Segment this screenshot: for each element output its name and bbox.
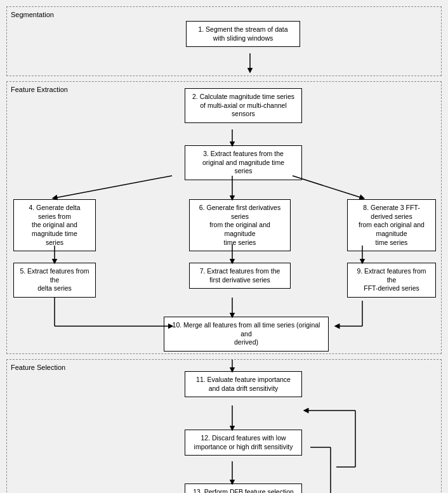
- box-9: 9. Extract features from the FFT-derived…: [347, 263, 436, 298]
- box-13: 13. Perform DFB feature selection using …: [185, 483, 302, 493]
- box11-text: 11. Evaluate feature importance and data…: [196, 376, 291, 392]
- box-8: 8. Generate 3 FFT-derived series from ea…: [347, 199, 436, 251]
- section-feature-selection: Feature Selection 11. Evaluate feature i…: [6, 359, 442, 493]
- box-12: 12. Discard features with low importance…: [185, 430, 302, 456]
- box-2: 2. Calculate magnitude time series of mu…: [185, 88, 302, 123]
- box1-text: 1. Segment the stream of data with slidi…: [198, 25, 287, 42]
- box10-text: 10. Merge all features from all time ser…: [173, 321, 320, 346]
- section-label-segmentation: Segmentation: [11, 11, 54, 18]
- box-1: 1. Segment the stream of data with slidi…: [186, 21, 300, 47]
- box-4: 4. Generate delta series from the origin…: [13, 199, 96, 251]
- box9-text: 9. Extract features from the FFT-derived…: [357, 267, 426, 292]
- box-7: 7. Extract features from the first deriv…: [189, 263, 291, 289]
- box4-text: 4. Generate delta series from the origin…: [29, 204, 80, 246]
- section-label-feature-extraction: Feature Extraction: [11, 86, 68, 93]
- box-11: 11. Evaluate feature importance and data…: [185, 371, 302, 397]
- box8-text: 8. Generate 3 FFT-derived series from ea…: [359, 204, 425, 246]
- svg-line-6: [293, 176, 362, 198]
- box-3: 3. Extract features from the original an…: [185, 145, 302, 180]
- box7-text: 7. Extract features from the first deriv…: [200, 267, 280, 284]
- box3-text: 3. Extract features from the original an…: [202, 150, 284, 174]
- box13-text: 13. Perform DFB feature selection using …: [193, 488, 294, 493]
- svg-line-4: [55, 176, 172, 198]
- section-label-feature-selection: Feature Selection: [11, 364, 65, 371]
- box2-text: 2. Calculate magnitude time series of mu…: [192, 93, 294, 117]
- box-6: 6. Generate first derivatives series fro…: [189, 199, 291, 251]
- section-feature-extraction: Feature Extraction 2. Calculate magnitud…: [6, 81, 442, 354]
- box5-text: 5. Extract features from the delta serie…: [20, 267, 89, 292]
- main-diagram: Segmentation 1. Segment the stream of da…: [0, 0, 448, 493]
- box12-text: 12. Discard features with low importance…: [194, 434, 293, 450]
- box-5: 5. Extract features from the delta serie…: [13, 263, 96, 298]
- box6-text: 6. Generate first derivatives series fro…: [199, 204, 280, 246]
- box-10: 10. Merge all features from all time ser…: [164, 317, 329, 352]
- section-segmentation: Segmentation 1. Segment the stream of da…: [6, 6, 442, 76]
